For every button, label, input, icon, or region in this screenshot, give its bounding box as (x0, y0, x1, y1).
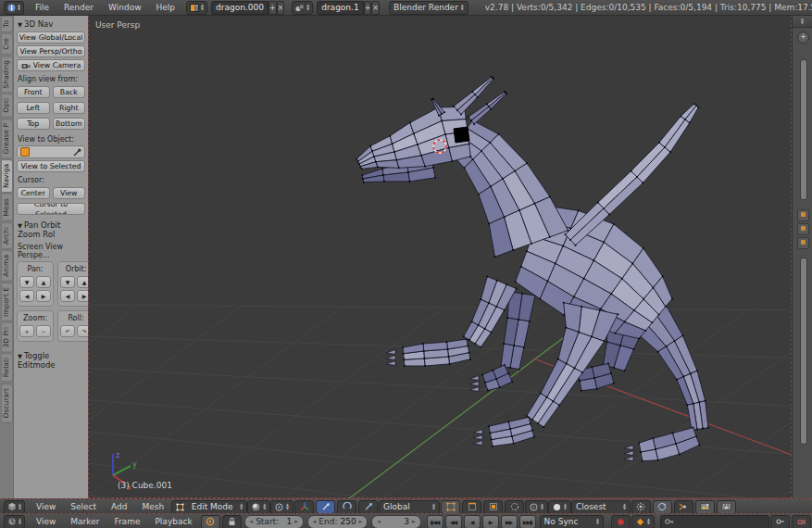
screen-layout-selector[interactable]: ▲▼ (186, 1, 207, 15)
sync-mode-dropdown[interactable]: No Sync ▲▼ (540, 515, 604, 528)
limit-selection-visible-button[interactable] (505, 500, 524, 514)
opengl-render-still-button[interactable] (695, 500, 715, 514)
menu-timeline-view[interactable]: View (29, 517, 63, 526)
properties-tab-icon-1[interactable] (797, 209, 809, 221)
current-frame-field[interactable]: ◂ 3 ▸ (371, 515, 420, 528)
prev-keyframe-button[interactable]: ◀◀ (445, 515, 462, 528)
shelf-tab-navigation[interactable]: Naviga (1, 159, 13, 193)
add-scene-button[interactable]: + (364, 1, 372, 15)
orbit-up-button[interactable]: ▲ (77, 276, 88, 288)
shelf-tab-shading[interactable]: Shading (1, 56, 13, 93)
roll-cw-button[interactable]: ↷ (77, 325, 88, 337)
align-bottom-button[interactable]: Bottom (53, 118, 86, 130)
add-screen-button[interactable]: + (269, 1, 277, 15)
panel-header-toggle-editmode[interactable]: ▼Toggle Editmode (18, 351, 85, 370)
select-mode-vertex-button[interactable] (441, 500, 460, 514)
menu-marker[interactable]: Marker (63, 517, 106, 526)
shelf-tab-tools[interactable]: To (1, 16, 13, 32)
eyedropper-icon[interactable] (73, 148, 81, 157)
frame-end-field[interactable]: ◂ End: 250 ▸ (307, 515, 368, 528)
shelf-tab-create[interactable]: Cre (1, 33, 13, 55)
view-to-object-field[interactable] (17, 145, 85, 158)
next-keyframe-button[interactable]: ▶▶ (501, 515, 518, 528)
view-persp-ortho-button[interactable]: View Persp/Ortho (17, 45, 85, 57)
pan-down-button[interactable]: ▼ (19, 276, 34, 288)
zoom-out-button[interactable]: − (36, 325, 51, 337)
shelf-tab-importexport[interactable]: Import E (1, 283, 13, 321)
editor-type-info-button[interactable]: ▲▼ (4, 1, 24, 15)
automerge-button[interactable] (674, 500, 693, 514)
menu-window[interactable]: Window (101, 3, 149, 12)
collapsed-panel-header[interactable]: ▲▼ (793, 15, 812, 28)
pan-left-button[interactable]: ◀ (19, 290, 34, 302)
pan-right-button[interactable]: ▶ (36, 290, 51, 302)
screen-name-field[interactable]: dragon.000 (211, 1, 269, 15)
menu-select[interactable]: Select (63, 502, 104, 511)
opengl-render-anim-button[interactable] (717, 500, 736, 514)
scene-selector[interactable]: ▲▼ (292, 1, 313, 15)
editor-type-3dview-button[interactable]: ▲▼ (4, 500, 25, 514)
snap-target-dropdown[interactable]: Closest ▲▼ (571, 500, 631, 514)
shelf-tab-anima[interactable]: Anima (1, 250, 13, 282)
menu-frame[interactable]: Frame (106, 517, 147, 526)
proportional-edit-dropdown[interactable]: ▲▼ (525, 500, 548, 514)
cursor-center-button[interactable]: Center (17, 187, 50, 199)
manipulator-translate-button[interactable] (316, 500, 335, 514)
editor-type-timeline-button[interactable]: ▲▼ (4, 515, 25, 528)
lower-panel-scrollbar[interactable] (800, 258, 807, 445)
menu-help[interactable]: Help (149, 3, 183, 12)
shelf-tab-archi[interactable]: Archi (1, 222, 13, 249)
menu-mesh[interactable]: Mesh (134, 502, 171, 511)
menu-add[interactable]: Add (104, 502, 134, 511)
panel-header-pan-orbit[interactable]: ▼Pan Orbit Zoom Rol (18, 220, 85, 239)
auto-keyframe-button[interactable] (611, 515, 631, 528)
pivot-center-dropdown[interactable]: ▲▼ (270, 500, 294, 514)
view-camera-button[interactable]: View Camera (17, 59, 85, 71)
expand-panel-button[interactable]: + (797, 31, 809, 44)
viewport-shading-dropdown[interactable]: ▲▼ (247, 500, 270, 514)
render-engine-dropdown[interactable]: Blender Render ▲▼ (389, 1, 468, 15)
delete-keyframe-button[interactable] (792, 515, 811, 528)
view-global-local-button[interactable]: View Global/Local (17, 31, 85, 44)
view-to-selected-button[interactable]: View to Selected (17, 160, 85, 172)
jump-to-end-button[interactable]: ▶▶▮ (519, 515, 536, 528)
mode-dropdown[interactable]: Edit Mode ▲▼ (171, 500, 247, 514)
play-button[interactable]: ▶ (482, 515, 499, 528)
scene-name-field[interactable]: dragon.1 (317, 1, 363, 15)
panel-header-3dnav[interactable]: ▼3D Nav (18, 19, 85, 29)
snap-align-rotation-button[interactable] (653, 500, 672, 514)
align-back-button[interactable]: Back (53, 86, 86, 98)
orbit-left-button[interactable]: ◀ (60, 290, 75, 302)
cursor-to-selected-button[interactable]: Cursor to Selected (17, 203, 85, 215)
select-mode-face-button[interactable] (483, 500, 503, 514)
falloff-dropdown[interactable]: ▲▼ (548, 500, 571, 514)
delete-screen-button[interactable]: × (277, 1, 285, 15)
shelf-tab-options[interactable]: Opti (1, 94, 13, 118)
shelf-tab-greasepencil[interactable]: Grease P (1, 119, 13, 158)
use-preview-range-button[interactable] (201, 515, 220, 528)
properties-tab-icon-2[interactable] (797, 223, 809, 235)
zoom-in-button[interactable]: + (19, 325, 34, 337)
manipulator-rotate-button[interactable] (337, 500, 356, 514)
roll-ccw-button[interactable]: ↶ (60, 325, 75, 337)
cursor-view-button[interactable]: View (53, 187, 86, 199)
align-front-button[interactable]: Front (17, 86, 50, 98)
orbit-right-button[interactable]: ▶ (77, 290, 88, 302)
shelf-tab-3dprint[interactable]: 3D Pri (1, 322, 13, 353)
active-keying-set-field[interactable] (660, 515, 769, 528)
align-right-button[interactable]: Right (53, 102, 86, 114)
insert-keyframe-button[interactable] (770, 515, 790, 528)
shelf-tab-oscurart[interactable]: Oscurart (1, 383, 13, 422)
transform-orientation-dropdown[interactable]: Global ▲▼ (379, 500, 440, 514)
snap-element-button[interactable] (631, 500, 651, 514)
menu-render[interactable]: Render (56, 3, 101, 12)
menu-playback[interactable]: Playback (147, 517, 199, 526)
align-top-button[interactable]: Top (17, 118, 50, 130)
properties-scrollbar[interactable] (800, 59, 807, 200)
pan-up-button[interactable]: ▲ (36, 276, 51, 288)
keying-set-dropdown[interactable]: ▲▼ (631, 515, 655, 528)
3d-viewport[interactable]: zyx User Persp (3) Cube.001 (88, 15, 792, 498)
manipulator-toggle-button[interactable] (294, 500, 314, 514)
delete-scene-button[interactable]: × (371, 1, 380, 15)
properties-tab-icon-3[interactable] (797, 237, 809, 249)
